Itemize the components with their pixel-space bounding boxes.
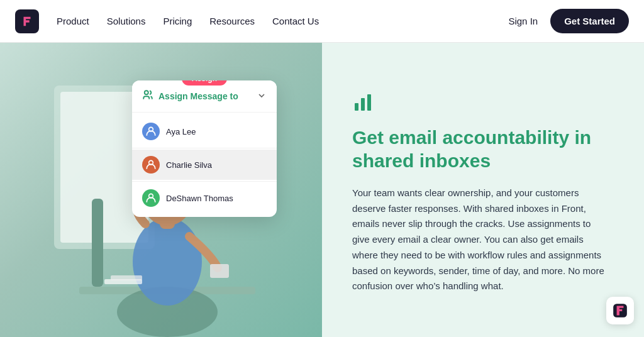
logo[interactable] bbox=[15, 9, 39, 33]
assign-title: Assign Message to bbox=[158, 91, 238, 101]
list-divider bbox=[132, 181, 277, 182]
assignee-name: Charlie Silva bbox=[166, 160, 212, 170]
assignee-name: Aya Lee bbox=[166, 127, 196, 136]
svg-rect-17 bbox=[111, 275, 142, 280]
signin-button[interactable]: Sign In bbox=[508, 16, 538, 26]
nav-pricing[interactable]: Pricing bbox=[163, 16, 192, 26]
svg-rect-23 bbox=[361, 98, 365, 111]
avatar bbox=[142, 123, 160, 140]
chart-icon bbox=[352, 91, 609, 116]
nav-solutions[interactable]: Solutions bbox=[107, 16, 146, 26]
avatar bbox=[142, 189, 160, 207]
nav-right: Sign In Get Started bbox=[508, 9, 629, 33]
hero-background: Assign Assign Message to bbox=[0, 43, 322, 337]
chevron-down-icon[interactable] bbox=[257, 91, 267, 102]
list-divider bbox=[132, 148, 277, 148]
hero-section: Assign Assign Message to bbox=[0, 43, 644, 337]
nav-links: Product Solutions Pricing Resources Cont… bbox=[57, 16, 508, 26]
hero-body-text: Your team wants clear ownership, and you… bbox=[352, 185, 609, 294]
svg-rect-15 bbox=[210, 264, 229, 278]
nav-contact[interactable]: Contact Us bbox=[272, 16, 319, 26]
hero-title: Get email accountability in shared inbox… bbox=[352, 126, 609, 173]
assign-list: Aya Lee Charlie Silva bbox=[132, 113, 277, 217]
get-started-button[interactable]: Get Started bbox=[550, 9, 629, 33]
hero-right: Get email accountability in shared inbox… bbox=[322, 43, 644, 337]
svg-point-18 bbox=[145, 91, 148, 94]
list-item[interactable]: DeShawn Thomas bbox=[132, 183, 277, 213]
svg-rect-24 bbox=[367, 94, 371, 111]
nav-product[interactable]: Product bbox=[57, 16, 89, 26]
front-badge bbox=[606, 297, 634, 324]
assign-message-card: Assign Assign Message to bbox=[132, 80, 277, 217]
assign-header-left: Assign Message to bbox=[142, 89, 238, 103]
assign-badge[interactable]: Assign bbox=[182, 80, 227, 86]
hero-left: Assign Assign Message to bbox=[0, 43, 322, 337]
navigation: Product Solutions Pricing Resources Cont… bbox=[0, 0, 644, 43]
list-item[interactable]: Charlie Silva bbox=[132, 150, 277, 180]
list-item[interactable]: Aya Lee bbox=[132, 116, 277, 146]
nav-resources[interactable]: Resources bbox=[209, 16, 255, 26]
svg-rect-22 bbox=[355, 103, 358, 111]
assign-people-icon bbox=[142, 89, 153, 103]
avatar bbox=[142, 156, 160, 174]
svg-rect-3 bbox=[92, 199, 103, 287]
assignee-name: DeShawn Thomas bbox=[166, 194, 233, 203]
svg-point-5 bbox=[133, 218, 202, 306]
